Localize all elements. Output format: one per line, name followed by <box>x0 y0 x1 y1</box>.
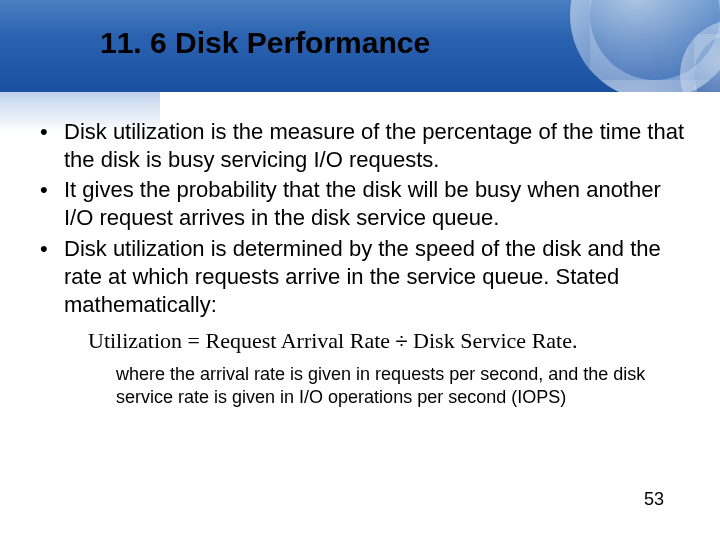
bullet-item: Disk utilization is determined by the sp… <box>36 235 690 319</box>
bullet-text: Disk utilization is determined by the sp… <box>64 236 661 317</box>
formula-line: Utilization = Request Arrival Rate ÷ Dis… <box>88 327 690 355</box>
formula-note: where the arrival rate is given in reque… <box>116 363 676 409</box>
formula-term1: Request Arrival Rate <box>206 328 391 353</box>
page-number: 53 <box>644 489 664 510</box>
formula-lhs: Utilization <box>88 328 182 353</box>
bullet-text: It gives the probability that the disk w… <box>64 177 661 230</box>
bullet-item: It gives the probability that the disk w… <box>36 176 690 232</box>
formula-term2: Disk Service Rate. <box>413 328 577 353</box>
bullet-text: Disk utilization is the measure of the p… <box>64 119 684 172</box>
banner-decoration <box>520 0 720 92</box>
bullet-item: Disk utilization is the measure of the p… <box>36 118 690 174</box>
slide-body: Disk utilization is the measure of the p… <box>36 118 690 409</box>
divide-icon: ÷ <box>396 328 408 353</box>
formula-eq: = <box>188 328 200 353</box>
slide: 11. 6 Disk Performance Disk utilization … <box>0 0 720 540</box>
bullet-list: Disk utilization is the measure of the p… <box>36 118 690 319</box>
slide-title: 11. 6 Disk Performance <box>100 26 430 60</box>
